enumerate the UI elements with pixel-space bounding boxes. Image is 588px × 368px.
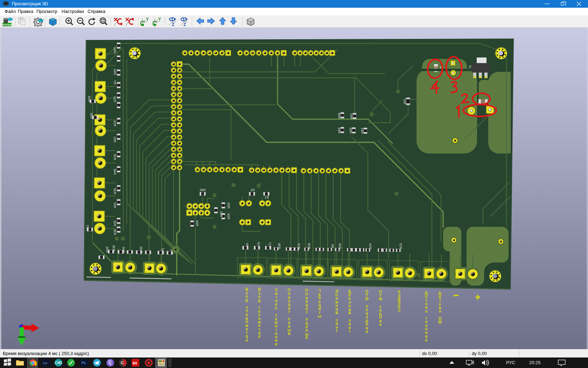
svg-text:Ф: Ф [379, 297, 382, 302]
svg-text:R1: R1 [265, 196, 269, 199]
svg-text:R10: R10 [257, 242, 260, 248]
svg-text:а: а [425, 338, 427, 342]
svg-text:к: к [439, 309, 441, 314]
svg-text:т: т [306, 310, 308, 315]
svg-text:R40: R40 [139, 247, 143, 253]
svg-text:R53: R53 [113, 69, 117, 75]
svg-text:Ф: Ф [365, 297, 369, 301]
svg-text:R64: R64 [337, 128, 341, 134]
svg-text:С: С [397, 308, 400, 313]
svg-text:R16: R16 [113, 121, 117, 127]
svg-text:R56: R56 [227, 213, 230, 219]
svg-text:R59: R59 [195, 220, 199, 226]
svg-text:R24: R24 [369, 243, 372, 249]
svg-text:R37: R37 [86, 225, 89, 231]
svg-text:R17: R17 [268, 242, 272, 248]
svg-text:R60: R60 [200, 188, 206, 192]
svg-text:R45: R45 [122, 247, 125, 253]
svg-text:R33: R33 [88, 96, 91, 102]
svg-text:Просмотрщик 3D: Просмотрщик 3D [12, 1, 48, 6]
svg-text:Y: Y [146, 17, 149, 22]
svg-text:R32: R32 [113, 220, 117, 226]
svg-text:Ps: Ps [82, 361, 86, 365]
svg-text:Lrc: Lrc [43, 361, 48, 365]
svg-text:ы: ы [318, 314, 321, 319]
svg-text:R35: R35 [90, 113, 93, 119]
svg-text:т: т [336, 328, 338, 333]
svg-text:R9: R9 [245, 243, 249, 247]
svg-text:R43: R43 [161, 248, 164, 254]
svg-text:R23: R23 [399, 243, 402, 249]
svg-text:Z: Z [172, 22, 174, 27]
svg-text:R55: R55 [227, 203, 230, 209]
svg-text:R48: R48 [113, 169, 117, 175]
svg-text:R26: R26 [338, 243, 342, 249]
svg-text:л: л [275, 306, 278, 311]
svg-text:R58: R58 [337, 113, 341, 119]
svg-text:й: й [335, 311, 338, 315]
svg-text:R62: R62 [219, 211, 223, 217]
svg-text:й: й [288, 331, 290, 336]
svg-text:R6: R6 [331, 244, 334, 248]
svg-text:R57: R57 [403, 98, 406, 104]
svg-text:R14: R14 [113, 96, 117, 102]
svg-text:R15: R15 [297, 243, 301, 249]
svg-text:C: C [121, 361, 124, 365]
svg-text:R2: R2 [251, 188, 255, 192]
svg-text:т: т [349, 329, 351, 334]
svg-text:R18: R18 [113, 154, 117, 160]
svg-text:R47: R47 [113, 202, 117, 208]
svg-text:й: й [305, 335, 308, 340]
svg-text:64: 64 [133, 361, 137, 365]
svg-text:Ж: Ж [438, 320, 442, 325]
svg-text:R30: R30 [278, 243, 281, 249]
svg-text:R49: R49 [113, 188, 117, 194]
svg-text:R38: R38 [112, 245, 115, 251]
svg-text:т: т [288, 309, 290, 314]
svg-text:й: й [348, 311, 351, 315]
svg-text:R28: R28 [307, 243, 311, 249]
svg-text:Z: Z [183, 22, 186, 27]
svg-text:R61: R61 [350, 113, 353, 119]
svg-text:Y: Y [158, 17, 161, 22]
svg-text:а: а [258, 334, 260, 339]
svg-text:R54: R54 [113, 47, 117, 53]
svg-text:е: е [365, 329, 368, 334]
svg-text:R36: R36 [113, 229, 117, 235]
svg-text:R7: R7 [113, 80, 117, 84]
svg-text:к: к [425, 309, 427, 314]
svg-text:д: д [258, 298, 261, 303]
svg-text:R63: R63 [360, 128, 364, 134]
svg-text:R51: R51 [113, 137, 117, 143]
svg-text:е: е [379, 322, 382, 327]
svg-text:R39: R39 [105, 247, 109, 253]
svg-text:д: д [245, 298, 248, 302]
svg-text:я: я [275, 342, 277, 347]
svg-text:R65: R65 [349, 128, 352, 134]
svg-text:а: а [245, 338, 248, 342]
